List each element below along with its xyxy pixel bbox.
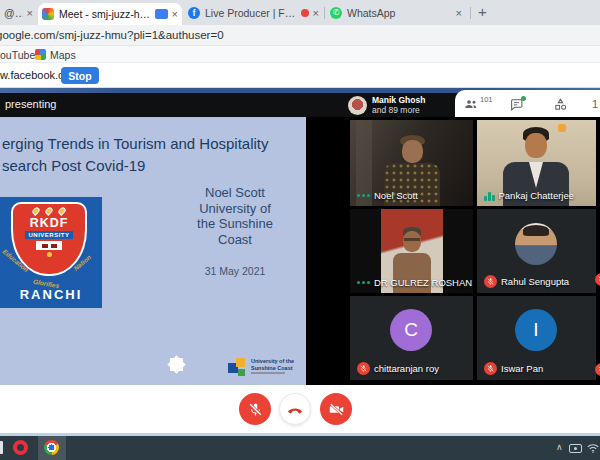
activities-icon[interactable] (553, 97, 568, 112)
meet-main-area: erging Trends in Tourism and Hospitality… (0, 117, 600, 385)
participant-tile-pankaj-chatterjee[interactable]: Pankaj Chatterjee (477, 120, 596, 206)
meet-control-bar: Turn on captions (0, 385, 600, 433)
mic-muted-icon (357, 362, 370, 375)
participant-name: Noel Scott (374, 190, 418, 201)
tile-label: Iswar Pan (484, 362, 543, 375)
speaker-line: University of (170, 201, 300, 217)
tab-meet[interactable]: Meet - smj-juzz-hmu × (38, 3, 182, 25)
close-icon[interactable]: × (27, 7, 33, 19)
tab-gmail[interactable]: @gma × (0, 0, 37, 25)
camera-off-button[interactable] (320, 393, 352, 425)
wifi-icon[interactable] (586, 441, 600, 455)
usc-logo-text: University of the Sunshine Coast (251, 358, 294, 371)
tab-whatsapp[interactable]: ✆ WhatsApp × (326, 0, 466, 25)
bookmark-label: ouTube (0, 49, 35, 61)
participant-tile-chittaranjan-roy[interactable]: C chittaranjan roy (350, 296, 473, 380)
tab-separator (470, 7, 471, 19)
participant-tile-gulrez-roshan[interactable]: DR GULREZ ROSHAN... (350, 209, 473, 293)
person-face (525, 133, 547, 158)
chat-unread-dot (521, 96, 526, 101)
tab-facebook-live[interactable]: f Live Producer | Facebook × (184, 0, 323, 25)
screen-share-bar: w.facebook.com Stop (0, 63, 600, 88)
slide-title: erging Trends in Tourism and Hospitality… (2, 133, 269, 177)
speaker-line: the Sunshine (170, 216, 300, 232)
tile-label: chittaranjan roy (357, 362, 439, 375)
meet-favicon-icon (42, 8, 54, 20)
stop-sharing-button[interactable]: Stop (61, 67, 99, 84)
bookmark-maps[interactable]: Maps (35, 48, 76, 61)
participant-name: DR GULREZ ROSHAN... (374, 277, 473, 288)
tile-label: Rahul Sengupta (484, 275, 569, 288)
windows-taskbar: ∧ (0, 436, 600, 460)
bookmark-label: Maps (50, 49, 76, 61)
rkdf-gold-dot (47, 252, 52, 257)
participant-name: chittaranjan roy (374, 363, 439, 374)
presenting-label: presenting (5, 98, 56, 110)
more-options-dots-icon[interactable] (357, 194, 370, 197)
tab-label: Live Producer | Facebook (205, 7, 297, 19)
mic-muted-icon (484, 275, 497, 288)
presenter-overlay: Manik Ghosh and 89 more (348, 93, 425, 117)
address-bar[interactable]: google.com/smj-juzz-hmu?pli=1&authuser=0 (0, 25, 600, 46)
tray-device-icon[interactable] (569, 444, 582, 453)
tile-label: Pankaj Chatterjee (484, 190, 574, 201)
participant-tile-iswar-pan[interactable]: I Iswar Pan (477, 296, 596, 380)
avatar (515, 223, 557, 265)
desktop-screenshot: @gma × Meet - smj-juzz-hmu × f Live Prod… (0, 0, 600, 460)
tile-label: Noel Scott (357, 190, 418, 201)
participant-tile-rahul-sengupta[interactable]: Rahul Sengupta (477, 209, 596, 293)
avatar: I (515, 309, 557, 351)
close-icon[interactable]: × (313, 7, 319, 19)
presenter-name: Manik Ghosh (372, 95, 425, 105)
tab-capture-icon (155, 9, 168, 19)
meet-header-toolbar: 101 1 (455, 90, 600, 117)
participant-tile-noel-scott[interactable]: Noel Scott (350, 120, 473, 206)
slide-title-line2: search Post Covid-19 (2, 155, 269, 177)
rkdf-emblem (36, 241, 62, 250)
person-face (402, 140, 423, 163)
avatar (348, 96, 367, 115)
bookmark-youtube[interactable]: ouTube (0, 48, 35, 61)
presenter-more: and 89 more (372, 105, 425, 115)
star-shape (167, 355, 185, 373)
slide-speaker: Noel Scott University of the Sunshine Co… (170, 185, 300, 247)
chrome-icon (44, 440, 59, 455)
new-tab-button[interactable]: + (478, 3, 487, 20)
participants-icon[interactable] (463, 96, 479, 112)
avatar: C (390, 309, 432, 351)
rkdf-acronym: RKDF (30, 216, 69, 230)
mic-muted-icon (484, 362, 497, 375)
tray-expand-icon[interactable]: ∧ (556, 442, 563, 452)
mute-microphone-button[interactable] (239, 393, 271, 425)
person-face (403, 231, 421, 252)
tile-label: DR GULREZ ROSHAN... (357, 277, 473, 288)
tab-strip: @gma × Meet - smj-juzz-hmu × f Live Prod… (0, 0, 600, 25)
tab-label: Meet - smj-juzz-hmu (59, 8, 151, 20)
more-options-dots-icon[interactable] (357, 281, 370, 284)
tab-label: @gma (4, 7, 23, 19)
close-icon[interactable]: × (456, 7, 462, 19)
connection-badge-icon (558, 124, 566, 132)
recording-dot-icon (301, 9, 309, 17)
clock-text: 1 (592, 98, 598, 110)
chrome-taskbar-slot[interactable] (38, 436, 66, 460)
usc-logo-subtext (251, 372, 285, 374)
rkdf-university-logo: RKDF UNIVERSITY Education Glorifies Nati… (0, 197, 102, 308)
tab-separator (324, 7, 325, 19)
participant-name: Iswar Pan (501, 363, 543, 374)
bookmarks-bar: ouTube Maps (0, 46, 600, 63)
speaker-line: Coast (170, 232, 300, 248)
tab-label: WhatsApp (347, 7, 452, 19)
person-glasses (404, 238, 420, 241)
opera-icon[interactable] (13, 440, 28, 455)
participant-count: 101 (480, 95, 493, 104)
whatsapp-favicon-icon: ✆ (330, 7, 342, 19)
leave-call-button[interactable] (279, 393, 311, 425)
presentation-slide[interactable]: erging Trends in Tourism and Hospitality… (0, 117, 306, 385)
speaking-indicator-icon (484, 191, 495, 201)
pinned-app-partial-icon[interactable] (0, 441, 3, 454)
close-icon[interactable]: × (172, 8, 178, 20)
rkdf-city: RANCHI (0, 287, 102, 302)
participant-name: Rahul Sengupta (501, 276, 569, 287)
flame-icons (33, 207, 65, 215)
